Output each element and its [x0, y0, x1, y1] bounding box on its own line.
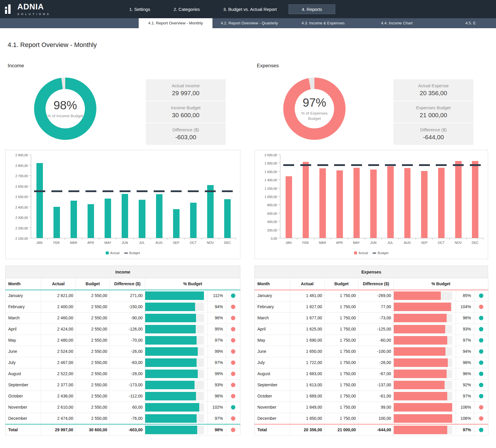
x-tick: [133, 238, 150, 240]
actual-cell: 1 722,00: [290, 357, 325, 368]
pct-bar-track: [394, 381, 452, 389]
month-label: DEC: [467, 241, 484, 244]
pct-budget-bar-cell: [394, 290, 456, 301]
x-tick: [150, 238, 167, 240]
pct-budget-bar-cell: [145, 402, 208, 413]
month-cell: June: [6, 346, 41, 357]
table-row: August2 522,002 550,00-28,0099%: [6, 368, 240, 379]
month-cell: May: [6, 335, 41, 346]
bar-slot: [280, 155, 297, 238]
y-tick-label: 2 300,00: [15, 216, 28, 219]
pct-bar-fill: [394, 303, 451, 311]
column-header-actual: Actual: [41, 278, 76, 290]
status-dot-icon: [479, 316, 483, 320]
status-dot-icon: [231, 428, 235, 432]
difference-cell: -603,00: [110, 424, 145, 436]
actual-bar-feb: [303, 162, 309, 238]
menu-item-2-categories[interactable]: 2. Categories: [162, 4, 212, 14]
x-tick: [399, 238, 416, 240]
month-cell: July: [6, 357, 41, 368]
budget-dash-feb: [51, 190, 62, 192]
status-dot-icon: [231, 372, 235, 376]
difference-cell: -90,00: [110, 312, 145, 323]
pct-bar-track: [394, 291, 452, 300]
difference-cell: -173,00: [110, 379, 145, 390]
table-row: March1 677,001 750,00-73,0096%: [255, 312, 488, 323]
status-cell: [226, 424, 240, 436]
budget-cell: 1 750,00: [325, 402, 358, 413]
difference-cell: -126,00: [110, 323, 145, 335]
tab-4-3-income-expenses[interactable]: 4.3. Income & Expenses: [286, 18, 360, 28]
column-header-difference: Difference ($): [110, 278, 145, 290]
menu-item-3-budget-vs-actual-report[interactable]: 3. Budget vs. Actual Report: [212, 4, 289, 14]
menu-item-4-reports[interactable]: 4. Reports: [289, 4, 335, 14]
month-label: APR: [331, 241, 348, 244]
tab-4-2-report-overview-quarterly[interactable]: 4.2. Report Overview - Quarterly: [212, 18, 286, 28]
table-row: September2 377,002 550,00-173,0093%: [6, 379, 240, 390]
chart-legend: ActualBudget: [255, 251, 488, 255]
status-cell: [226, 346, 240, 357]
budget-cell: 2 550,00: [76, 413, 110, 424]
actual-cell: 1 850,00: [290, 413, 325, 424]
difference-cell: -269,00: [358, 290, 394, 301]
status-cell: [226, 368, 240, 379]
chart-legend: ActualBudget: [6, 251, 240, 255]
actual-bar-may: [353, 168, 360, 238]
status-cell: [474, 379, 488, 390]
status-dot-icon: [479, 428, 483, 432]
pct-value-cell: 96%: [456, 312, 474, 323]
summary-value: -603,00: [146, 134, 226, 141]
pct-budget-bar-cell: [145, 424, 208, 436]
summary-value: 21 000,00: [393, 112, 473, 119]
table-row: May1 690,001 750,00-60,0097%: [255, 335, 488, 346]
bar-slot: [433, 155, 450, 238]
pct-budget-bar-cell: [394, 357, 456, 368]
actual-bar-jul: [139, 200, 145, 238]
income-overview: 98% % of Income Budget Actual Income 29 …: [5, 78, 240, 146]
pct-bar-fill: [145, 291, 204, 300]
actual-bar-mar: [71, 201, 77, 238]
pct-bar-fill: [145, 403, 199, 412]
difference-cell: -125,00: [358, 323, 394, 335]
pct-bar-fill: [394, 403, 452, 412]
month-cell: February: [6, 301, 41, 312]
menu-item-1-settings[interactable]: 1. Settings: [118, 4, 162, 14]
status-dot-icon: [479, 405, 483, 410]
expenses-overview: 97% % of Expenses Budget Actual Expense …: [254, 78, 488, 146]
x-tick: [314, 238, 331, 240]
status-dot-icon: [479, 293, 483, 298]
legend-budget-label: Budget: [129, 251, 140, 255]
column-header-pct-budget: % Budget: [145, 278, 240, 290]
difference-cell: -61,00: [358, 390, 394, 402]
budget-cell: 1 750,00: [325, 346, 358, 357]
difference-cell: -70,00: [110, 335, 145, 346]
pct-bar-track: [145, 392, 204, 400]
summary-value: 29 997,00: [146, 90, 226, 97]
pct-bar-track: [145, 303, 204, 311]
actual-bar-oct: [438, 168, 445, 238]
status-dot-icon: [231, 394, 235, 398]
column-header-difference: Difference ($): [358, 278, 394, 290]
pct-value-cell: 106%: [456, 402, 474, 413]
actual-cell: 2 377,00: [41, 379, 76, 390]
pct-bar-track: [145, 370, 204, 378]
budget-cell: 1 750,00: [325, 368, 358, 379]
budget-cell: 2 550,00: [76, 368, 110, 379]
status-cell: [226, 312, 240, 323]
summary-label: Expenses Budget: [393, 101, 473, 110]
pct-value-cell: 98%: [208, 424, 226, 436]
tab-4-4-income-chart[interactable]: 4.4. Income Chart: [360, 18, 434, 28]
status-dot-icon: [231, 349, 235, 354]
actual-cell: 1 849,00: [290, 402, 325, 413]
month-label: OCT: [185, 241, 202, 244]
tab-4-1-report-overview-monthly[interactable]: 4.1. Report Overview - Monthly: [139, 18, 212, 28]
pct-bar-fill: [394, 336, 447, 345]
pct-bar-fill: [394, 358, 448, 367]
difference-cell: -112,00: [110, 390, 145, 402]
pct-value-cell: 111%: [208, 290, 226, 301]
expenses-summary-cards: Actual Expense 20 356,00 Expenses Budget…: [393, 79, 473, 146]
pct-bar-track: [394, 314, 452, 322]
tab-4-5-e[interactable]: 4.5. E: [434, 18, 496, 28]
bar-slot: [297, 155, 314, 238]
x-tick: [65, 238, 82, 240]
